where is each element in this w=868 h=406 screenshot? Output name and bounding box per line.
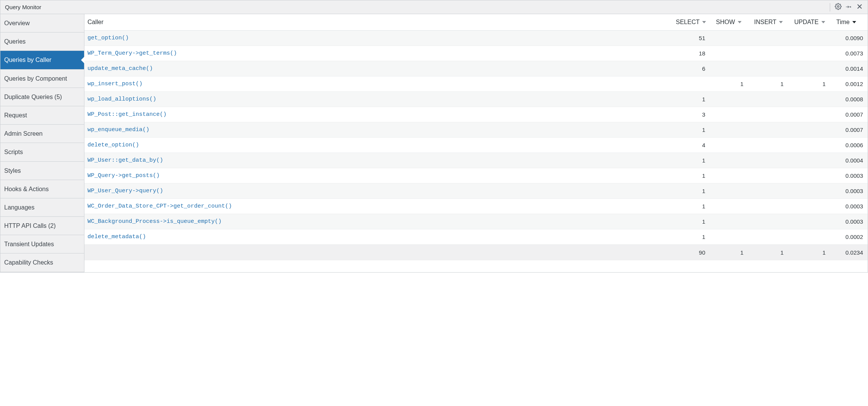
cell-show [713,46,751,61]
caller-link[interactable]: WP_User::get_data_by() [87,157,163,164]
cell-show [713,199,751,214]
cell-caller: get_option() [84,31,673,46]
svg-marker-4 [738,21,742,23]
cell-insert [751,122,791,138]
sidebar-item[interactable]: Overview [0,14,84,32]
cell-show [713,138,751,153]
caller-link[interactable]: WP_Term_Query->get_terms() [87,50,177,57]
cell-update [791,199,833,214]
caller-link[interactable]: wp_load_alloptions() [87,96,156,102]
cell-update: 1 [791,76,833,92]
cell-update [791,46,833,61]
col-header-show[interactable]: SHOW [713,14,751,31]
cell-update [791,168,833,184]
sidebar-item[interactable]: Request [0,106,84,125]
cell-select: 51 [673,31,713,46]
cell-caller: wp_enqueue_media() [84,122,673,138]
table-row: get_option()510.0090 [84,31,868,46]
caller-link[interactable]: WC_Order_Data_Store_CPT->get_order_count… [87,203,232,209]
caller-link[interactable]: update_meta_cache() [87,65,153,72]
gear-icon [835,3,842,11]
panel-body: OverviewQueriesQueries by CallerQueries … [0,14,868,272]
sidebar-item[interactable]: Admin Screen [0,125,84,143]
caller-link[interactable]: WP_Query->get_posts() [87,172,160,179]
cell-update [791,138,833,153]
cell-time: 0.0004 [833,153,868,168]
cell-time: 0.0073 [833,46,868,61]
cell-insert [751,138,791,153]
footer-time-total: 0.0234 [833,245,868,261]
cell-select: 1 [673,214,713,229]
cell-show [713,153,751,168]
cell-show: 1 [713,76,751,92]
cell-caller: delete_metadata() [84,229,673,245]
caller-link[interactable]: WP_User_Query->query() [87,188,163,194]
cell-time: 0.0003 [833,199,868,214]
cell-show [713,214,751,229]
caller-link[interactable]: delete_option() [87,142,139,148]
sidebar-item[interactable]: Styles [0,162,84,180]
close-button[interactable] [855,3,864,11]
cell-caller: wp_insert_post() [84,76,673,92]
sort-desc-icon [852,20,857,24]
caller-link[interactable]: WP_Post::get_instance() [87,111,167,118]
sidebar-item[interactable]: Languages [0,198,84,217]
caller-link[interactable]: wp_enqueue_media() [87,127,149,133]
sidebar-item[interactable]: Capability Checks [0,253,84,272]
cell-caller: WP_Query->get_posts() [84,168,673,184]
cell-caller: WP_User_Query->query() [84,184,673,199]
col-header-update[interactable]: UPDATE [791,14,833,31]
caller-link[interactable]: wp_insert_post() [87,81,143,87]
sidebar-item[interactable]: Scripts [0,143,84,161]
sidebar-item[interactable]: Duplicate Queries (5) [0,88,84,106]
cell-insert: 1 [751,76,791,92]
sidebar-item[interactable]: Queries [0,32,84,51]
queries-by-caller-table: Caller SELECT SHOW INSERT UPDATE Time ge… [84,14,868,260]
sidebar-item[interactable]: Queries by Component [0,70,84,88]
caller-link[interactable]: WC_Background_Process->is_queue_empty() [87,218,222,225]
cell-caller: WP_User::get_data_by() [84,153,673,168]
pin-button[interactable] [845,3,853,11]
col-header-label: UPDATE [794,19,819,26]
cell-select: 18 [673,46,713,61]
table-row: delete_metadata()10.0002 [84,229,868,245]
cell-insert [751,107,791,122]
cell-update [791,153,833,168]
cell-caller: WC_Order_Data_Store_CPT->get_order_count… [84,199,673,214]
filter-icon [779,20,783,24]
cell-insert [751,31,791,46]
sidebar-item[interactable]: Hooks & Actions [0,180,84,198]
cell-time: 0.0002 [833,229,868,245]
caller-link[interactable]: get_option() [87,35,129,41]
table-row: WC_Order_Data_Store_CPT->get_order_count… [84,199,868,214]
footer-insert-total: 1 [751,245,791,261]
cell-show [713,92,751,107]
settings-button[interactable] [834,3,842,11]
sidebar-item[interactable]: Queries by Caller [0,51,84,69]
col-header-label: Time [836,19,850,26]
cell-select [673,76,713,92]
cell-insert [751,184,791,199]
sidebar-item[interactable]: Transient Updates [0,235,84,253]
col-header-caller[interactable]: Caller [84,14,673,31]
cell-update [791,107,833,122]
filter-icon [737,20,742,24]
table-row: WP_User::get_data_by()10.0004 [84,153,868,168]
caller-link[interactable]: delete_metadata() [87,234,146,240]
cell-time: 0.0007 [833,107,868,122]
svg-marker-7 [852,21,856,23]
cell-select: 1 [673,92,713,107]
query-monitor-panel: Query Monitor [0,0,868,273]
col-header-insert[interactable]: INSERT [751,14,791,31]
col-header-select[interactable]: SELECT [673,14,713,31]
close-icon [856,3,863,11]
table-row: WP_Term_Query->get_terms()180.0073 [84,46,868,61]
col-header-label: SELECT [676,19,700,26]
cell-caller: delete_option() [84,138,673,153]
cell-update [791,122,833,138]
cell-caller: WP_Post::get_instance() [84,107,673,122]
sidebar: OverviewQueriesQueries by CallerQueries … [0,14,84,272]
col-header-time[interactable]: Time [833,14,868,31]
cell-show [713,31,751,46]
sidebar-item[interactable]: HTTP API Calls (2) [0,217,84,235]
